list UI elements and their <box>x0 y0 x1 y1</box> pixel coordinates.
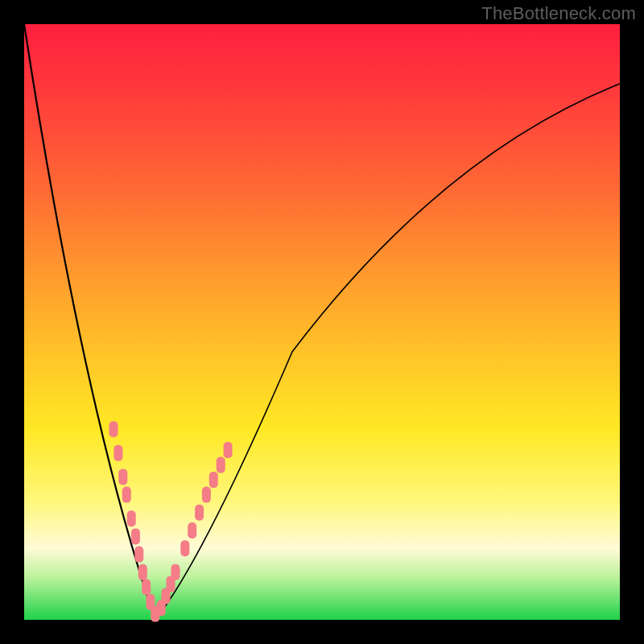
data-marker <box>127 510 136 526</box>
data-marker <box>109 421 118 437</box>
data-marker <box>224 442 233 458</box>
curve-layer <box>24 24 620 620</box>
data-marker <box>131 528 140 544</box>
data-marker <box>118 469 127 485</box>
data-marker <box>122 487 131 503</box>
data-marker <box>138 564 147 580</box>
data-marker <box>195 505 204 521</box>
data-marker <box>188 522 196 539</box>
data-marker <box>142 579 151 595</box>
data-marker <box>180 540 189 556</box>
data-marker <box>202 487 211 503</box>
right-branch-curve <box>155 84 620 620</box>
data-marker <box>209 472 218 488</box>
data-marker <box>217 457 225 473</box>
chart-frame: TheBottleneck.com <box>0 0 644 644</box>
plot-area <box>24 24 620 620</box>
data-marker <box>171 564 180 580</box>
data-marker <box>134 547 143 563</box>
data-marker <box>114 445 122 461</box>
watermark-text: TheBottleneck.com <box>481 3 636 24</box>
